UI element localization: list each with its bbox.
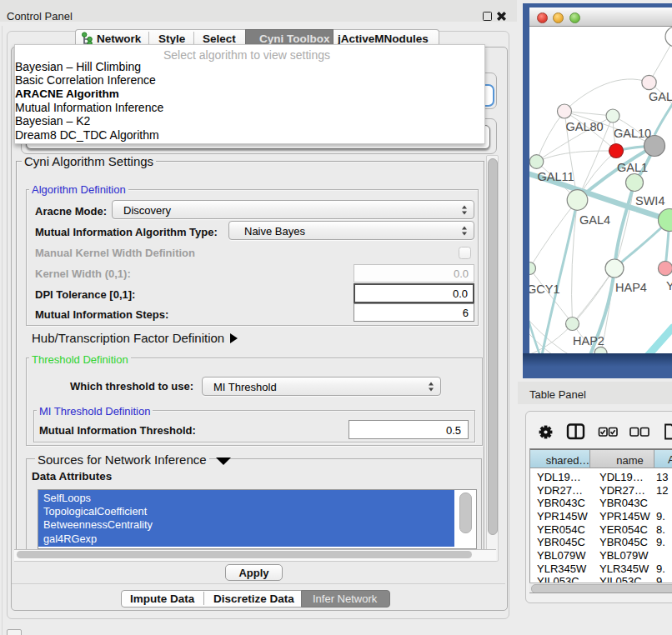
svg-text:HAP2: HAP2 [573, 334, 604, 348]
svg-text:GAL1: GAL1 [617, 161, 648, 174]
svg-text:GAL10: GAL10 [614, 127, 651, 140]
svg-text:SWI4: SWI4 [635, 194, 664, 208]
svg-text:HAP4: HAP4 [615, 281, 647, 294]
svg-text:GAL11: GAL11 [538, 170, 574, 183]
svg-text:GAL4: GAL4 [579, 213, 610, 227]
svg-text:YO: YO [666, 279, 672, 292]
svg-text:GCY1: GCY1 [529, 282, 560, 296]
svg-text:GAL7: GAL7 [649, 90, 672, 103]
svg-text:GAL80: GAL80 [566, 120, 604, 133]
